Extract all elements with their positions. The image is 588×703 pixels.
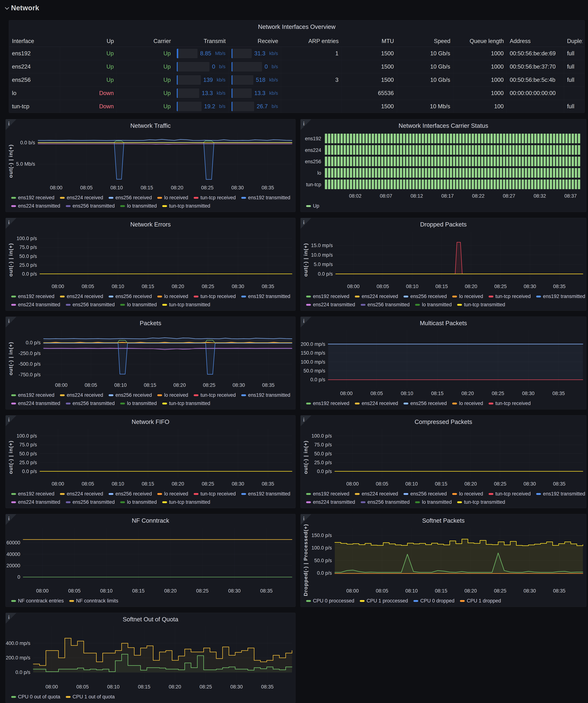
legend-item[interactable]: lo received (452, 491, 483, 497)
legend-item[interactable]: ens256 transmitted (66, 499, 115, 505)
legend-item[interactable]: lo transmitted (415, 499, 452, 505)
legend-item[interactable]: ens192 received (11, 195, 55, 201)
legend-item[interactable]: CPU 0 out of quota (11, 694, 60, 700)
info-corner-icon[interactable]: i (6, 514, 16, 525)
legend-item[interactable]: CPU 0 proccessed (306, 598, 354, 604)
legend-item[interactable]: ens256 received (404, 401, 447, 406)
chart-softnet-packets[interactable]: 08:0008:0508:1008:1508:2008:2508:3008:35… (311, 525, 586, 595)
legend-item[interactable]: ens256 received (404, 294, 447, 299)
legend-item[interactable]: ens256 received (108, 491, 152, 497)
legend-item[interactable]: lo received (452, 401, 483, 406)
panel-title[interactable]: Softnet Packets (301, 514, 586, 525)
panel-title[interactable]: Network Interfaces Overview (9, 20, 585, 31)
legend-item[interactable]: ens224 transmitted (11, 499, 60, 505)
legend-item[interactable]: tun-tcp transmitted (162, 302, 210, 308)
panel-title[interactable]: Softnet Out of Quota (6, 613, 295, 624)
legend-item[interactable]: lo received (452, 294, 483, 299)
info-corner-icon[interactable]: i (6, 613, 16, 624)
chart-multicast-packets[interactable]: 08:0008:0508:1008:1508:2008:2508:3008:35… (301, 327, 586, 398)
legend-item[interactable]: lo transmitted (120, 203, 157, 209)
info-corner-icon[interactable]: i (6, 317, 16, 327)
legend-item[interactable]: NF conntrack limits (69, 598, 118, 604)
panel-title[interactable]: Network FIFO (6, 415, 295, 426)
legend-item[interactable]: lo transmitted (120, 302, 157, 308)
legend-item[interactable]: ens256 received (108, 195, 152, 201)
panel-title[interactable]: Multicast Packets (301, 317, 586, 327)
legend-item[interactable]: tun-tcp transmitted (457, 499, 505, 505)
legend-item[interactable]: ens192 received (11, 392, 55, 398)
column-header-queue[interactable]: Queue length (453, 38, 507, 45)
legend-item[interactable]: lo transmitted (120, 401, 157, 406)
legend-item[interactable]: ens256 received (404, 491, 447, 497)
legend-item[interactable]: tun-tcp transmitted (162, 401, 210, 406)
legend-item[interactable]: tun-tcp received (489, 294, 531, 299)
info-corner-icon[interactable]: i (6, 218, 16, 229)
chart-network-errors[interactable]: 08:0008:0508:1008:1508:2008:2508:3008:35… (16, 229, 295, 291)
legend-item[interactable]: ens224 transmitted (11, 203, 60, 209)
legend-item[interactable]: ens224 received (60, 195, 103, 201)
section-header-network[interactable]: Network (5, 4, 39, 12)
legend-item[interactable]: CPU 1 dropped (460, 598, 501, 604)
legend-item[interactable]: ens256 transmitted (361, 302, 410, 308)
info-corner-icon[interactable]: i (301, 119, 311, 130)
legend-item[interactable]: tun-tcp received (194, 392, 236, 398)
panel-title[interactable]: Packets (6, 317, 295, 327)
legend-item[interactable]: ens256 transmitted (66, 302, 115, 308)
column-header-address[interactable]: Address (507, 38, 564, 45)
chart-network-traffic[interactable]: 08:0008:0508:1008:1508:2008:2508:3008:35… (16, 130, 295, 192)
legend-item[interactable]: ens192 transmitted (241, 491, 290, 497)
legend-item[interactable]: tun-tcp received (489, 491, 531, 497)
column-header-interface[interactable]: Interface (9, 38, 60, 45)
chart-compressed-packets[interactable]: 08:0008:0508:1008:1508:2008:2508:3008:35… (311, 426, 586, 488)
legend-item[interactable]: lo received (157, 294, 188, 299)
legend-item[interactable]: ens256 transmitted (66, 401, 115, 406)
column-header-speed[interactable]: Speed (397, 38, 453, 45)
legend-item[interactable]: ens192 received (306, 491, 349, 497)
legend-item[interactable]: lo transmitted (415, 302, 452, 308)
legend-item[interactable]: ens224 received (60, 392, 103, 398)
legend-item[interactable]: ens192 transmitted (241, 294, 290, 299)
legend-item[interactable]: ens192 transmitted (536, 294, 585, 299)
column-header-duplex[interactable]: Duplex (564, 38, 583, 45)
legend-item[interactable]: ens224 transmitted (11, 302, 60, 308)
legend-item[interactable]: tun-tcp transmitted (162, 203, 210, 209)
legend-item[interactable]: lo received (157, 195, 188, 201)
legend-item[interactable]: ens192 transmitted (241, 195, 290, 201)
legend-item[interactable]: ens192 received (11, 491, 55, 497)
info-corner-icon[interactable]: i (301, 415, 311, 426)
column-header-receive[interactable]: Receive (229, 38, 281, 45)
legend-item[interactable]: ens224 received (60, 294, 103, 299)
panel-title[interactable]: Dropped Packets (301, 218, 586, 229)
column-header-arp[interactable]: ARP entries (281, 38, 342, 45)
panel-title[interactable]: Network Traffic (6, 119, 295, 130)
chart-softnet-out-of-quota[interactable]: 08:0008:0508:1008:1508:2008:2508:3008:35… (6, 624, 295, 691)
panel-title[interactable]: Network Errors (6, 218, 295, 229)
chart-dropped-packets[interactable]: 08:0008:0508:1008:1508:2008:2508:3008:35… (311, 229, 586, 291)
legend-item[interactable]: ens224 transmitted (306, 302, 355, 308)
chart-packets[interactable]: 08:0008:0508:1008:1508:2008:2508:3008:35… (16, 327, 295, 389)
legend-item[interactable]: lo received (157, 392, 188, 398)
info-corner-icon[interactable]: i (301, 317, 311, 327)
column-header-up[interactable]: Up (60, 38, 117, 45)
panel-title[interactable]: Network Interfaces Carrier Status (301, 119, 586, 130)
panel-title[interactable]: Compressed Packets (301, 415, 586, 426)
legend-item[interactable]: CPU 0 dropped (413, 598, 454, 604)
legend-item[interactable]: ens224 received (355, 491, 398, 497)
legend-item[interactable]: lo transmitted (120, 499, 157, 505)
legend-item[interactable]: ens192 received (306, 294, 349, 299)
legend-item[interactable]: tun-tcp received (489, 401, 531, 406)
legend-item[interactable]: tun-tcp transmitted (162, 499, 210, 505)
column-header-mtu[interactable]: MTU (342, 38, 397, 45)
legend-item[interactable]: ens224 received (355, 401, 398, 406)
legend-item[interactable]: ens256 transmitted (361, 499, 410, 505)
column-header-transmit[interactable]: Transmit (174, 38, 229, 45)
legend-item[interactable]: ens256 received (108, 294, 152, 299)
legend-item[interactable]: tun-tcp transmitted (457, 302, 505, 308)
info-corner-icon[interactable]: i (6, 119, 16, 130)
legend-item[interactable]: ens224 transmitted (306, 499, 355, 505)
column-header-carrier[interactable]: Carrier (117, 38, 174, 45)
legend-item[interactable]: tun-tcp received (194, 294, 236, 299)
legend-item[interactable]: ens256 transmitted (66, 203, 115, 209)
info-corner-icon[interactable]: i (301, 218, 311, 229)
legend-item[interactable]: tun-tcp received (194, 491, 236, 497)
